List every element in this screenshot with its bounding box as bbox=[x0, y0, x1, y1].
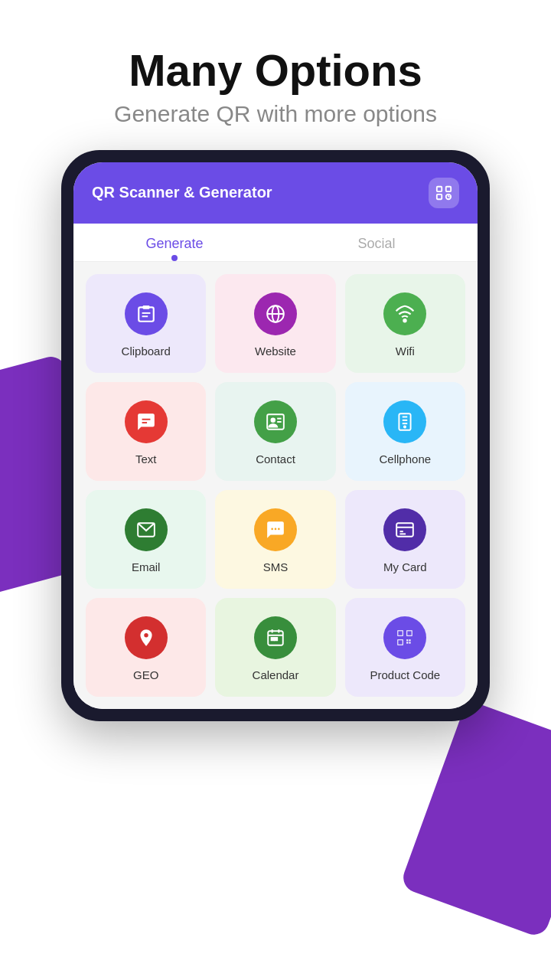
svg-rect-39 bbox=[272, 638, 274, 640]
geo-icon bbox=[125, 616, 168, 659]
cellphone-icon bbox=[383, 400, 426, 443]
email-icon bbox=[125, 508, 168, 551]
svg-point-27 bbox=[271, 528, 273, 530]
grid-item-mycard[interactable]: My Card bbox=[345, 490, 465, 589]
svg-rect-42 bbox=[399, 631, 403, 635]
grid-item-geo[interactable]: GEO bbox=[86, 598, 206, 697]
tab-bar: Generate Social bbox=[73, 224, 478, 262]
svg-point-34 bbox=[144, 633, 148, 637]
svg-rect-40 bbox=[275, 638, 277, 640]
tab-social[interactable]: Social bbox=[276, 224, 478, 261]
text-label: Text bbox=[135, 452, 157, 466]
grid-item-website[interactable]: Website bbox=[215, 274, 335, 373]
contact-icon bbox=[254, 400, 297, 443]
svg-point-25 bbox=[404, 426, 406, 427]
svg-rect-50 bbox=[409, 642, 411, 643]
mycard-icon bbox=[383, 508, 426, 551]
email-label: Email bbox=[132, 560, 161, 573]
header-area: Many Options Generate QR with more optio… bbox=[0, 0, 551, 150]
options-grid: ClipboardWebsiteWifiTextContactCellphone… bbox=[73, 262, 478, 709]
clipboard-icon bbox=[125, 292, 168, 335]
svg-point-29 bbox=[278, 528, 280, 530]
grid-item-calendar[interactable]: Calendar bbox=[215, 598, 335, 697]
wifi-label: Wifi bbox=[396, 345, 415, 358]
svg-rect-47 bbox=[406, 639, 408, 641]
svg-point-14 bbox=[404, 319, 406, 322]
svg-point-28 bbox=[275, 528, 277, 530]
grid-item-email[interactable]: Email bbox=[86, 490, 206, 589]
website-label: Website bbox=[255, 345, 296, 358]
grid-item-productcode[interactable]: Product Code bbox=[345, 598, 465, 697]
website-icon bbox=[254, 292, 297, 335]
text-icon bbox=[125, 400, 168, 443]
sms-label: SMS bbox=[263, 560, 289, 573]
sms-icon bbox=[254, 508, 297, 551]
page-title: Many Options bbox=[31, 46, 520, 95]
productcode-label: Product Code bbox=[370, 668, 440, 681]
svg-rect-8 bbox=[142, 305, 149, 309]
svg-rect-44 bbox=[408, 631, 412, 635]
cellphone-label: Cellphone bbox=[380, 452, 432, 466]
calendar-label: Calendar bbox=[253, 668, 299, 681]
calendar-icon bbox=[254, 616, 297, 659]
svg-rect-49 bbox=[406, 642, 408, 643]
phone-frame: QR Scanner & Generator Generate Social bbox=[61, 150, 490, 721]
svg-rect-2 bbox=[437, 194, 442, 199]
grid-item-wifi[interactable]: Wifi bbox=[345, 274, 465, 373]
page-subtitle: Generate QR with more options bbox=[31, 101, 520, 127]
grid-item-cellphone[interactable]: Cellphone bbox=[345, 382, 465, 481]
svg-rect-48 bbox=[409, 639, 411, 641]
bg-decoration-right bbox=[399, 700, 551, 939]
app-bar-title: QR Scanner & Generator bbox=[92, 184, 272, 201]
clipboard-label: Clipboard bbox=[122, 345, 171, 358]
phone-screen: QR Scanner & Generator Generate Social bbox=[73, 162, 478, 709]
contact-label: Contact bbox=[256, 452, 295, 466]
svg-rect-1 bbox=[446, 187, 451, 191]
grid-item-clipboard[interactable]: Clipboard bbox=[86, 274, 206, 373]
wifi-icon bbox=[383, 292, 426, 335]
grid-item-sms[interactable]: SMS bbox=[215, 490, 335, 589]
svg-rect-46 bbox=[399, 640, 403, 644]
mycard-label: My Card bbox=[383, 560, 427, 573]
settings-button[interactable] bbox=[429, 178, 459, 208]
grid-item-text[interactable]: Text bbox=[86, 382, 206, 481]
tab-generate[interactable]: Generate bbox=[73, 224, 276, 261]
svg-rect-0 bbox=[437, 187, 442, 191]
svg-rect-7 bbox=[139, 307, 154, 321]
grid-item-contact[interactable]: Contact bbox=[215, 382, 335, 481]
productcode-icon bbox=[383, 616, 426, 659]
app-bar: QR Scanner & Generator bbox=[73, 162, 478, 224]
svg-point-18 bbox=[270, 417, 276, 423]
geo-label: GEO bbox=[133, 668, 158, 681]
